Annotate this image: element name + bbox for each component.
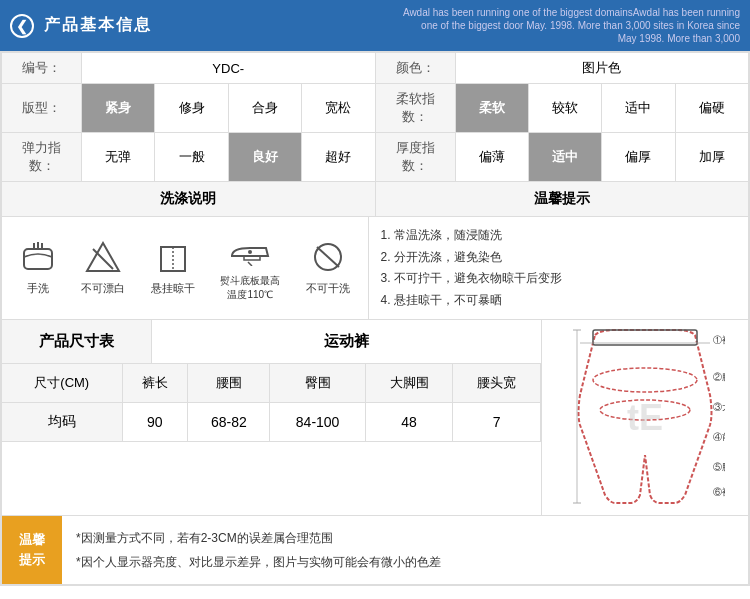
svg-text:④前浪: ④前浪 [713,432,725,442]
svg-text:③大腿围: ③大腿围 [713,402,725,412]
thickness-label: 厚度指数： [375,133,455,182]
svg-text:⑥裤长: ⑥裤长 [713,487,725,497]
product-info-table: 编号： YDC- 颜色： 图片色 版型： 紧身 修身 合身 宽松 柔软指数： 柔… [1,52,749,182]
elasticity-option-2[interactable]: 良好 [228,133,301,182]
style-option-3[interactable]: 宽松 [302,84,375,133]
warm-tip-1: 1. 常温洗涤，随浸随洗 [381,225,737,247]
softness-option-0[interactable]: 柔软 [455,84,528,133]
wash-section: 洗涤说明 温馨提示 手洗 [1,182,749,320]
warm-title: 温馨提示 [376,182,749,216]
color-value: 图片色 [455,53,749,84]
size-table-left: 产品尺寸表 运动裤 尺寸(CM) 裤长 腰围 臀围 大脚围 腰头宽 [2,320,542,515]
size-table-row: 均码 90 68-82 84-100 48 7 [2,403,541,442]
wash-body-row: 手洗 不可漂白 [2,216,748,319]
size-row-val-3: 48 [365,403,453,442]
svg-text:tE: tE [627,397,663,438]
wash-label-hangdry: 悬挂晾干 [151,281,195,296]
svg-text:②腰围: ②腰围 [713,372,725,382]
wash-label-nodryclean: 不可干洗 [306,281,350,296]
size-col-header-2: 腰围 [188,364,270,403]
style-label: 版型： [2,84,82,133]
size-row-val-0: 90 [122,403,188,442]
softness-option-1[interactable]: 较软 [528,84,601,133]
size-col-header-3: 臀围 [270,364,365,403]
size-section: 产品尺寸表 运动裤 尺寸(CM) 裤长 腰围 臀围 大脚围 腰头宽 [1,320,749,516]
elasticity-option-1[interactable]: 一般 [155,133,228,182]
note-icon-box: 温馨 提示 [2,516,62,584]
softness-option-3[interactable]: 偏硬 [675,84,748,133]
wash-icon-iron: 熨斗底板最高温度110℃ [220,234,280,302]
svg-text:⑤脚口: ⑤脚口 [713,462,725,472]
table-row-elasticity-thickness: 弹力指数： 无弹 一般 良好 超好 厚度指数： 偏薄 适中 偏厚 加厚 [2,133,749,182]
product-info-section: 编号： YDC- 颜色： 图片色 版型： 紧身 修身 合身 宽松 柔软指数： 柔… [0,51,750,586]
size-row-size: 均码 [2,403,122,442]
wash-icon-nodryclean: 不可干洗 [306,241,350,296]
size-col-header-4: 大脚围 [365,364,453,403]
header-description: Awdal has been running one of the bigges… [400,6,740,45]
size-product-name: 运动裤 [152,320,541,363]
svg-marker-4 [87,243,119,271]
size-row-val-2: 84-100 [270,403,365,442]
elasticity-option-3[interactable]: 超好 [302,133,375,182]
size-table-header-row: 尺寸(CM) 裤长 腰围 臀围 大脚围 腰头宽 [2,364,541,403]
code-value: YDC- [82,53,376,84]
back-button[interactable]: ❮ [10,14,34,38]
thickness-option-0[interactable]: 偏薄 [455,133,528,182]
svg-text:①裤围: ①裤围 [713,335,725,345]
size-col-header-0: 尺寸(CM) [2,364,122,403]
style-option-1[interactable]: 修身 [155,84,228,133]
svg-rect-0 [24,249,52,269]
softness-label: 柔软指数： [375,84,455,133]
size-diagram: ①裤围 ②腰围 ③大腿围 ④前浪 ⑤脚口 ⑥裤长 tE [542,320,748,515]
note-icon-line1: 温馨 [19,530,45,551]
svg-point-14 [593,368,697,392]
softness-option-2[interactable]: 适中 [602,84,675,133]
thickness-option-1[interactable]: 适中 [528,133,601,182]
warm-tip-2: 2. 分开洗涤，避免染色 [381,247,737,269]
wash-icons-cell: 手洗 不可漂白 [2,217,369,319]
table-row-code-color: 编号： YDC- 颜色： 图片色 [2,53,749,84]
svg-line-10 [248,262,252,266]
size-row-val-1: 68-82 [188,403,270,442]
svg-line-12 [317,247,339,267]
wash-icon-hangdry: 悬挂晾干 [151,241,195,296]
note-line-1: *因测量方式不同，若有2-3CM的误差属合理范围 [76,526,441,550]
thickness-option-2[interactable]: 偏厚 [602,133,675,182]
warm-tips-cell: 1. 常温洗涤，随浸随洗 2. 分开洗涤，避免染色 3. 不可拧干，避免衣物晾干… [369,217,749,319]
size-title-row: 产品尺寸表 运动裤 [2,320,541,364]
table-row-style-softness: 版型： 紧身 修身 合身 宽松 柔软指数： 柔软 较软 适中 偏硬 [2,84,749,133]
note-section: 温馨 提示 *因测量方式不同，若有2-3CM的误差属合理范围 *因个人显示器亮度… [1,516,749,585]
warm-tip-4: 4. 悬挂晾干，不可暴晒 [381,290,737,312]
wash-label-handwash: 手洗 [27,281,49,296]
wash-title: 洗涤说明 [2,182,376,216]
note-line-2: *因个人显示器亮度、对比显示差异，图片与实物可能会有微小的色差 [76,550,441,574]
size-row-val-4: 7 [453,403,541,442]
page-header: ❮ 产品基本信息 Awdal has been running one of t… [0,0,750,51]
size-data-table: 尺寸(CM) 裤长 腰围 臀围 大脚围 腰头宽 均码 90 68-82 84-1… [2,364,541,442]
page-title: 产品基本信息 [44,15,152,36]
svg-rect-8 [244,256,260,260]
note-text-area: *因测量方式不同，若有2-3CM的误差属合理范围 *因个人显示器亮度、对比显示差… [62,516,455,584]
warm-tip-3: 3. 不可拧干，避免衣物晾干后变形 [381,268,737,290]
thickness-option-3[interactable]: 加厚 [675,133,748,182]
wash-label-iron: 熨斗底板最高温度110℃ [220,274,280,302]
svg-line-5 [93,249,113,269]
wash-label-nobleach: 不可漂白 [81,281,125,296]
note-icon-line2: 提示 [19,550,45,571]
wash-icon-nobleach: 不可漂白 [81,241,125,296]
size-col-header-5: 腰头宽 [453,364,541,403]
code-label: 编号： [2,53,82,84]
style-option-0[interactable]: 紧身 [82,84,155,133]
color-label: 颜色： [375,53,455,84]
wash-icon-handwash: 手洗 [20,241,56,296]
size-col-header-1: 裤长 [122,364,188,403]
style-option-2[interactable]: 合身 [228,84,301,133]
elasticity-option-0[interactable]: 无弹 [82,133,155,182]
elasticity-label: 弹力指数： [2,133,82,182]
size-section-title: 产品尺寸表 [2,320,152,363]
svg-point-9 [248,250,252,254]
pants-svg: ①裤围 ②腰围 ③大腿围 ④前浪 ⑤脚口 ⑥裤长 tE [565,325,725,510]
wash-header-row: 洗涤说明 温馨提示 [2,182,748,216]
